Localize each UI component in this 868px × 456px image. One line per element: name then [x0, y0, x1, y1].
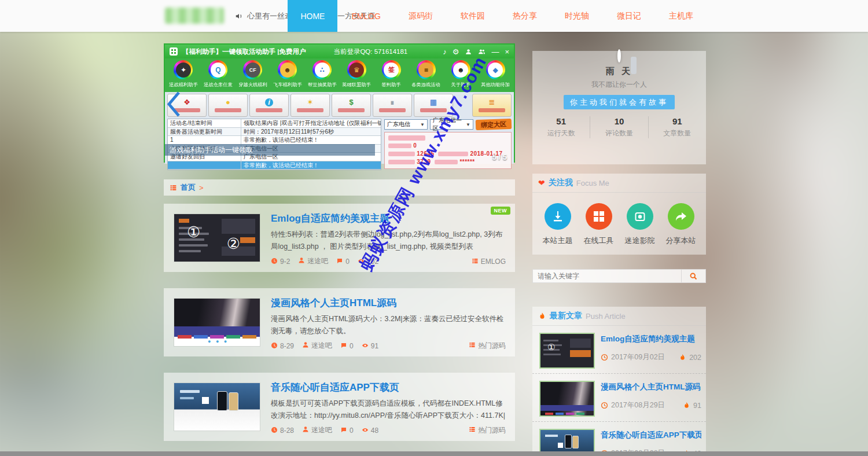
user-icon	[298, 257, 305, 264]
nav-item-source-street[interactable]: 源码街	[395, 0, 447, 32]
article-category-link[interactable]: EMLOG	[472, 258, 506, 266]
article-meta: 8-28 迷途吧 0 48 热门源码	[271, 425, 506, 435]
nav-item-software-park[interactable]: 软件园	[447, 0, 499, 32]
software-window-titlebar: 【福利助手】一键领取活动助手 |免费用户 当前登录QQ: 571614181 ♪…	[165, 45, 514, 58]
article-author: 迷途吧	[302, 341, 332, 351]
category-icon	[469, 341, 476, 348]
breadcrumb-home-link[interactable]: 首页	[181, 182, 196, 193]
search-bar	[532, 269, 706, 283]
push-article-panel: 最新文章 Push Article ① Emlog自适应简约美观主题 2017年…	[532, 307, 706, 456]
nav-item-timeline[interactable]: 时光轴	[551, 0, 603, 32]
game-icon-lottery: ∴帮豆抽奖助手	[305, 60, 340, 92]
article-date: 8-29	[271, 342, 294, 350]
article-card: ① ② Emlog自适应简约美观主题 特性:5种列表：普通2列表带侧边log_l…	[164, 204, 515, 272]
nav-item-hot-share[interactable]: 热分享	[499, 0, 551, 32]
game-icon-nz: ✦逆战福利助手	[166, 60, 201, 92]
game-icon-cf: CF穿越火线福利	[236, 60, 270, 92]
stat-running-days: 51运行天数	[532, 116, 590, 138]
stat-comments: 10评论数量	[590, 116, 648, 138]
push-title: 最新文章	[550, 311, 582, 321]
nav-item-emlog[interactable]: EMLOG	[337, 0, 395, 32]
member-info-box: 0 12645 2018-01-17 3739 ******	[384, 132, 512, 169]
article-category-link[interactable]: 热门源码	[469, 425, 506, 435]
search-icon	[689, 272, 698, 281]
push-item-meta: 2017年08月29日 91	[601, 400, 701, 410]
focus-item-tools[interactable]: 在线工具	[584, 203, 614, 246]
article-views: 91	[362, 342, 378, 350]
article-author: 迷途吧	[302, 425, 332, 435]
server-select: 广东电信▼	[384, 119, 428, 130]
carousel-prev-button[interactable]	[166, 91, 181, 117]
article-title-link[interactable]: Emlog自适应简约美观主题	[271, 212, 506, 225]
nav-item-home[interactable]: HOME	[288, 0, 337, 32]
flame-icon	[538, 312, 546, 320]
user-icon	[465, 48, 472, 56]
login-qq-text: 当前登录QQ: 571614181	[333, 47, 407, 56]
profile-stats: 51运行天数 10评论数量 91文章数量	[532, 116, 706, 138]
article-thumbnail[interactable]: ● ● ●	[174, 299, 260, 346]
push-item-title[interactable]: 音乐随心听自适应APP下载页	[601, 430, 701, 440]
flame-icon	[679, 354, 686, 361]
comment-icon	[340, 426, 347, 433]
game-icon-activities: ■各类游戏活动	[409, 60, 443, 92]
breadcrumb-separator: >	[199, 183, 204, 192]
window-icon	[170, 47, 178, 56]
user-icon	[302, 341, 309, 348]
push-item-views: 91	[683, 402, 701, 410]
push-thumbnail[interactable]: ①	[539, 333, 595, 369]
article-date: 8-28	[271, 426, 294, 435]
main-nav: HOME EMLOG 源码街 软件园 热分享 时光轴 微日记 主机库	[288, 0, 707, 32]
article-thumbnail[interactable]	[174, 383, 260, 431]
carousel-caption: 游戏福利助手活动一键领取	[165, 144, 375, 156]
toolbar-button-cake: ✶	[290, 94, 330, 117]
carousel-slide[interactable]: 【福利助手】一键领取活动助手 |免费用户 当前登录QQ: 571614181 ♪…	[164, 43, 515, 163]
focus-item-cinema[interactable]: 迷途影院	[625, 203, 655, 246]
users-icon	[478, 48, 486, 56]
share-arrow-icon	[674, 209, 688, 223]
clock-icon	[271, 258, 278, 264]
category-icon	[469, 426, 476, 433]
article-views: 202	[358, 258, 378, 266]
toolbar-button-duck: ●	[208, 94, 248, 117]
toolbar-button-apps: ▦	[414, 94, 453, 117]
game-icon-lol: ♛英雄联盟助手	[340, 60, 374, 92]
focus-item-share[interactable]: 分享本站	[666, 203, 696, 246]
nav-item-micro-diary[interactable]: 微日记	[603, 0, 655, 32]
clock-icon	[271, 426, 278, 433]
heart-icon: ❤	[538, 178, 545, 187]
push-item-title[interactable]: Emlog自适应简约美观主题	[601, 334, 701, 344]
focus-panel: ❤ 关注我 Focus Me 本站主题 在线工具 迷途影院	[532, 174, 706, 255]
window-title: 【福利助手】一键领取活动助手 |免费用户	[182, 47, 306, 56]
push-header: 最新文章 Push Article	[532, 307, 706, 326]
search-button[interactable]	[681, 270, 705, 282]
server-panel: 广东电信▼ 广东电信一区▼ 绑定大区 0 12645 2018-01-17 37…	[384, 119, 512, 170]
comment-icon	[336, 258, 343, 264]
push-item: 音乐随心听自适应APP下载页 2017年08月28日 48	[532, 421, 706, 456]
profile-button[interactable]: 你主动我们就会有故事	[564, 95, 675, 109]
article-author: 迷途吧	[298, 256, 328, 266]
avatar[interactable]	[617, 49, 621, 62]
search-input[interactable]	[533, 270, 681, 282]
profile-name: 雨 天	[532, 66, 706, 77]
sidebar: 雨 天 我不愿让你一个人 你主动我们就会有故事 51运行天数 10评论数量 91…	[532, 0, 706, 456]
focus-title: 关注我	[549, 178, 573, 188]
push-item-title[interactable]: 漫画风格个人主页HTML源码	[601, 382, 701, 392]
article-title-link[interactable]: 音乐随心听自适应APP下载页	[271, 381, 506, 394]
site-logo[interactable]	[165, 8, 224, 24]
camera-icon	[633, 209, 647, 223]
push-item-date: 2017年09月02日	[601, 352, 665, 362]
focus-item-themes[interactable]: 本站主题	[543, 203, 573, 246]
profile-panel: 雨 天 我不愿让你一个人 你主动我们就会有故事 51运行天数 10评论数量 91…	[532, 51, 706, 164]
push-thumbnail[interactable]	[539, 381, 595, 417]
article-title-link[interactable]: 漫画风格个人主页HTML源码	[271, 296, 506, 310]
nav-item-host-library[interactable]: 主机库	[655, 0, 707, 32]
article-date: 9-2	[271, 258, 290, 266]
article-comments: 0	[340, 342, 354, 350]
game-icon-about: ☻关于助手	[443, 60, 478, 92]
software-icon-row: ✦逆战福利助手 Q逆战仓库任意 CF穿越火线福利 ☻飞车福利助手 ∴帮豆抽奖助手…	[165, 58, 514, 92]
article-category-link[interactable]: 热门源码	[469, 341, 506, 351]
list-icon	[170, 184, 177, 192]
article-thumbnail[interactable]: ① ②	[174, 214, 260, 262]
article-card: 音乐随心听自适应APP下载页 模板是扒可可英语APP下载页源码自适应模板，代码都…	[164, 373, 515, 441]
speaker-icon	[235, 12, 243, 20]
